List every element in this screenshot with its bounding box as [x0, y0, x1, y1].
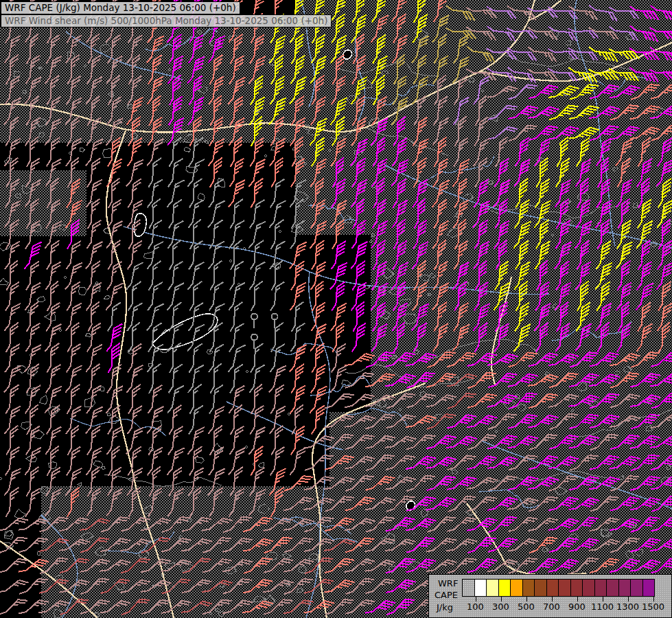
- legend-swatch: [534, 579, 547, 597]
- title-box-cape: WRF CAPE (J/kg) Monday 13-10-2025 06:00 …: [1, 1, 240, 14]
- title-box-wind-shear: WRF Wind shear (m/s) 500/1000hPa Monday …: [1, 14, 332, 27]
- legend-swatch: [462, 579, 475, 597]
- legend-swatch: [558, 579, 571, 597]
- legend-tick: [628, 597, 629, 602]
- legend-swatch: [498, 579, 511, 597]
- legend-swatch: [618, 579, 632, 597]
- legend-label-wrf: WRF: [438, 578, 458, 588]
- legend-tick-label: 1500: [638, 602, 669, 612]
- title-cape-text: WRF CAPE (J/kg) Monday 13-10-2025 06:00 …: [5, 2, 236, 13]
- weather-map-app: WRF CAPE (J/kg) Monday 13-10-2025 06:00 …: [0, 0, 672, 618]
- legend-swatch: [510, 579, 523, 597]
- legend-tick: [526, 597, 527, 602]
- legend-swatch: [486, 579, 499, 597]
- map-canvas[interactable]: [0, 0, 672, 618]
- legend-swatch: [522, 579, 535, 597]
- legend-swatch: [642, 579, 656, 597]
- cape-legend: WRF CAPE J/kg 10030050070090011001300150…: [428, 574, 672, 618]
- legend-swatch: [606, 579, 619, 597]
- legend-tick: [653, 597, 654, 602]
- legend-tick: [476, 597, 476, 602]
- title-wind-shear-text: WRF Wind shear (m/s) 500/1000hPa Monday …: [5, 15, 327, 26]
- legend-swatch: [582, 579, 595, 597]
- legend-color-scale: [463, 579, 655, 597]
- legend-tick: [501, 597, 502, 602]
- legend-swatch: [474, 579, 487, 597]
- legend-label-cape: CAPE: [435, 590, 458, 600]
- legend-tick: [577, 597, 578, 602]
- legend-tick: [552, 597, 553, 602]
- legend-swatch: [546, 579, 559, 597]
- legend-swatch: [594, 579, 607, 597]
- legend-tick: [603, 597, 603, 602]
- legend-swatch: [630, 579, 643, 597]
- legend-label-unit: J/kg: [437, 602, 453, 613]
- legend-swatch: [570, 579, 583, 597]
